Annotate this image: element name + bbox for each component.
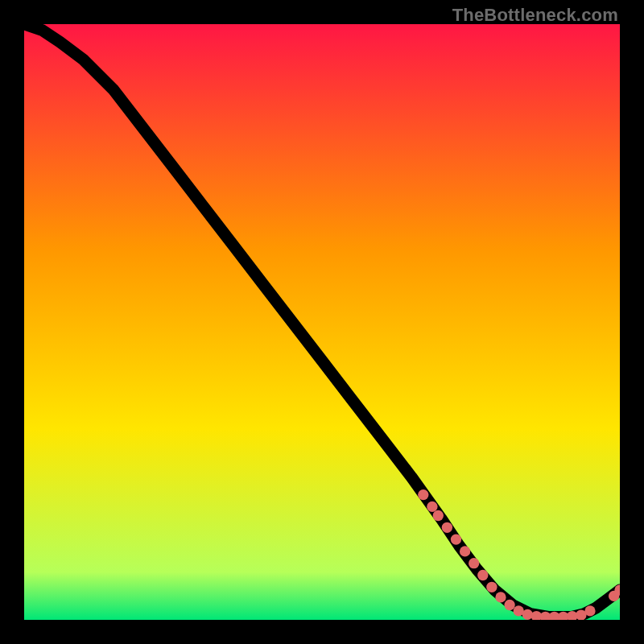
data-point bbox=[477, 570, 488, 580]
data-point bbox=[584, 605, 595, 616]
plot-area bbox=[24, 24, 620, 620]
data-point bbox=[427, 502, 437, 512]
bottleneck-curve bbox=[24, 24, 620, 617]
data-point bbox=[418, 489, 428, 500]
data-point bbox=[504, 600, 514, 610]
data-point bbox=[495, 592, 506, 602]
data-point bbox=[486, 582, 497, 592]
data-point bbox=[460, 546, 470, 556]
data-markers bbox=[418, 489, 620, 620]
chart-stage: TheBottleneck.com bbox=[0, 0, 644, 644]
data-point bbox=[433, 510, 444, 521]
data-point bbox=[442, 522, 452, 533]
watermark-label: TheBottleneck.com bbox=[452, 5, 618, 26]
data-point bbox=[469, 558, 479, 568]
data-point bbox=[451, 534, 461, 544]
chart-overlay bbox=[24, 24, 620, 620]
data-point bbox=[522, 609, 533, 620]
